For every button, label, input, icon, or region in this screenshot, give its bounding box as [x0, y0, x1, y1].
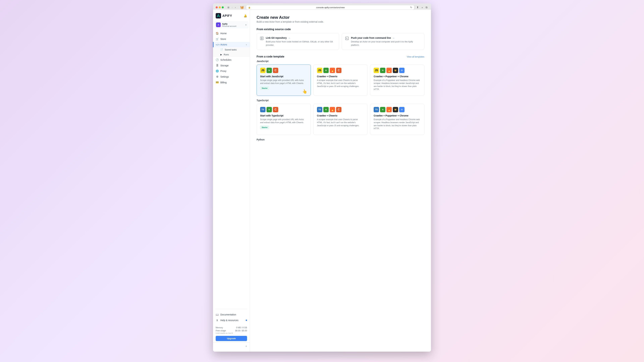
sidebar-item-settings[interactable]: ⚙ Settings	[213, 74, 250, 80]
upgrade-button[interactable]: Upgrade	[216, 336, 247, 341]
reload-icon[interactable]: ↻	[410, 6, 412, 9]
back-btn[interactable]: ‹	[231, 6, 233, 9]
memory-section: Memory 0 MB / 8 GB Free usage $0.00 / $5…	[213, 325, 250, 343]
svg-rect-0	[216, 13, 221, 18]
sidebar-label-storage: Storage	[220, 64, 228, 67]
sidebar-divider	[216, 309, 247, 309]
sidebar-item-documentation[interactable]: 📖 Documentation	[213, 312, 250, 318]
sidebar-label-runs: Runs	[224, 53, 229, 56]
cheerio-c-icon: C	[273, 68, 278, 73]
chrome-icon-ts	[399, 107, 404, 112]
memory-row: Memory 0 MB / 8 GB	[216, 327, 247, 329]
tabs-btn[interactable]: ⧉	[425, 5, 428, 9]
close-traffic-light[interactable]	[216, 6, 218, 8]
node-icon-ts-3: N	[380, 107, 386, 112]
cheerio-c-icon-ts: C	[273, 107, 278, 112]
account-type: Personal account	[222, 25, 244, 27]
maximize-traffic-light[interactable]	[222, 6, 224, 8]
browser-controls: ⊞ ‹ ›	[227, 6, 236, 9]
ts-icon-2: TS	[317, 107, 322, 112]
free-usage-value: $0.00 / $5.00	[235, 330, 247, 332]
git-icon	[260, 37, 264, 41]
account-chevron-icon: ∨	[245, 24, 247, 26]
limit-resets-text: Limit resets on Jun 5	[216, 332, 233, 334]
share-btn[interactable]: ⬆	[416, 5, 420, 9]
browser-window: ⊞ ‹ › 🧺 🔒 console.apify.com/actors/new ↻…	[213, 3, 431, 352]
sidebar-item-actors[interactable]: </> Actors ∨	[213, 42, 250, 47]
help-notification-dot	[246, 320, 247, 321]
view-all-link[interactable]: View all templates	[407, 55, 424, 58]
new-tab-btn[interactable]: +	[420, 5, 424, 9]
sidebar-item-store[interactable]: 🛒 Store	[213, 36, 250, 42]
collapse-sidebar-button[interactable]: «	[245, 344, 248, 348]
sidebar-item-billing[interactable]: 💳 Billing	[213, 80, 250, 85]
address-bar[interactable]: 🔒 console.apify.com/actors/new ↻	[246, 5, 414, 10]
browser-chrome: ⊞ ‹ › 🧺 🔒 console.apify.com/actors/new ↻…	[213, 3, 431, 10]
js-start-desc: Scrape single page with provided URL wit…	[260, 79, 307, 85]
sidebar-item-runs[interactable]: ▶ Runs	[213, 52, 250, 57]
forward-btn[interactable]: ›	[234, 6, 236, 9]
sidebar-label-store: Store	[220, 38, 226, 40]
traffic-lights	[216, 6, 224, 8]
javascript-template-cards: JS N C Start with JavaScript Scrape sing…	[256, 64, 424, 96]
lock-icon: 🔒	[248, 6, 250, 8]
typescript-lang-label: TypeScript	[256, 99, 424, 102]
memory-label: Memory	[216, 327, 223, 329]
sidebar-item-proxy[interactable]: 🌐 Proxy	[213, 68, 250, 74]
free-usage-label: Free usage	[216, 330, 226, 332]
template-card-ts-start[interactable]: TS N C Start with TypeScript Scrape sing…	[256, 104, 311, 135]
ts-start-starter-badge: Starter	[260, 126, 269, 129]
node-icon-3: N	[380, 68, 386, 73]
sidebar-label-help: Help & resources	[220, 319, 238, 322]
billing-icon: 💳	[216, 81, 219, 84]
template-card-ts-crawlee-cheerio[interactable]: TS N 🔥 C Crawlee + Cheerio A scraper exa…	[314, 104, 368, 135]
template-card-js-crawlee-puppeteer[interactable]: JS N 🔥 🐱 Crawlee + Puppeteer + Chr	[370, 64, 424, 96]
sidebar-item-schedules[interactable]: 🕐 Schedules	[213, 57, 250, 63]
js-start-starter-badge: Starter	[260, 87, 269, 90]
javascript-lang-label: JavaScript	[256, 60, 424, 62]
browser-emoji-icon: 🧺	[239, 5, 245, 9]
account-avatar: A	[216, 22, 221, 27]
crawlee-fire-icon: 🔥	[330, 68, 335, 73]
js-crawlee-cheerio-desc: A scraper example that uses Cheerio to p…	[317, 79, 364, 88]
schedules-icon: 🕐	[216, 58, 219, 61]
sidebar-label-schedules: Schedules	[220, 58, 231, 61]
sidebar-toggle-btn[interactable]: ⊞	[227, 6, 230, 9]
sidebar-item-home[interactable]: 🏠 Home	[213, 30, 250, 36]
template-card-ts-crawlee-puppeteer[interactable]: TS N 🔥 🐱 Crawlee + Puppeteer + Chr	[370, 104, 424, 135]
apify-logo-text: APIFY	[222, 14, 232, 17]
ts-icon-3: TS	[374, 107, 379, 112]
ts-start-title: Start with TypeScript	[260, 114, 307, 117]
ts-crawlee-cheerio-title: Crawlee + Cheerio	[317, 114, 364, 117]
push-code-card[interactable]: Push your code from command line → Devel…	[342, 33, 424, 50]
store-icon: 🛒	[216, 37, 219, 40]
page-subtitle: Build a new Actor from a template or fro…	[256, 20, 424, 23]
account-info: Apify Personal account	[222, 23, 244, 27]
js-crawlee-puppeteer-title: Crawlee + Puppeteer + Chrome	[374, 75, 421, 78]
crawlee-fire-icon-ts-2: 🔥	[386, 107, 392, 112]
js-start-title: Start with JavaScript	[260, 75, 307, 78]
account-section[interactable]: A Apify Personal account ∨	[214, 21, 248, 28]
minimize-traffic-light[interactable]	[219, 6, 221, 8]
storage-icon: 🗄	[216, 64, 219, 67]
saved-tasks-icon: 📄	[220, 48, 223, 51]
sidebar-label-actors: Actors	[220, 43, 227, 46]
js-crawlee-puppeteer-icons: JS N 🔥 🐱	[374, 68, 421, 73]
sidebar-label-home: Home	[220, 32, 226, 35]
sidebar-item-storage[interactable]: 🗄 Storage	[213, 63, 250, 68]
cli-icon	[345, 37, 349, 41]
template-card-js-crawlee-cheerio[interactable]: JS N 🔥 C Crawlee + Cheerio A scraper exa…	[314, 64, 368, 96]
sidebar-item-saved-tasks[interactable]: 📄 Saved tasks	[213, 47, 250, 52]
puppeteer-icon: 🐱	[393, 68, 398, 73]
sidebar: APIFY 🔔 A Apify Personal account ∨ 🏠 Hom…	[213, 10, 250, 352]
git-card-content: Link Git repository → Build your Actor f…	[266, 36, 336, 46]
svg-point-10	[402, 70, 402, 71]
link-git-card[interactable]: Link Git repository → Build your Actor f…	[256, 33, 339, 50]
sidebar-label-settings: Settings	[220, 75, 229, 78]
template-card-js-start[interactable]: JS N C Start with JavaScript Scrape sing…	[256, 64, 311, 96]
node-icon-2: N	[323, 68, 329, 73]
memory-value: 0 MB / 8 GB	[236, 327, 247, 329]
js-crawlee-puppeteer-desc: Example of a Puppeteer and headless Chro…	[374, 79, 421, 91]
notification-btn[interactable]: 🔔	[244, 14, 247, 17]
sidebar-item-help[interactable]: ℹ Help & resources	[213, 318, 250, 323]
